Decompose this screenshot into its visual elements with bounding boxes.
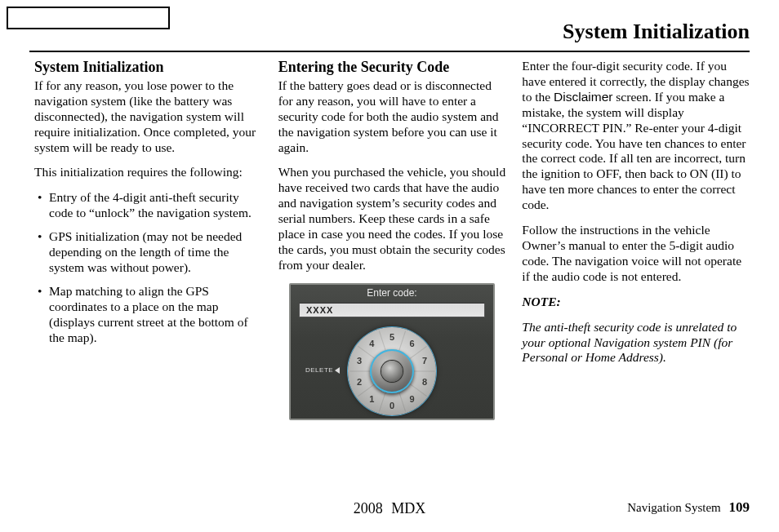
dial-num-1: 1 xyxy=(366,393,377,405)
blank-header-box xyxy=(7,7,170,29)
dial-num-0: 0 xyxy=(386,400,398,411)
screenshot-title: Enter code: xyxy=(291,285,493,299)
dial-num-7: 7 xyxy=(419,355,430,366)
col2-p1: If the battery goes dead or is disconnec… xyxy=(278,78,506,156)
dial-num-9: 9 xyxy=(407,393,418,405)
screenshot-delete-label: DELETE xyxy=(305,366,340,375)
note-label: NOTE: xyxy=(522,295,750,310)
note-text: The anti-theft security code is unrelate… xyxy=(522,320,750,366)
page-number: 109 xyxy=(729,499,750,515)
dial-num-4: 4 xyxy=(366,338,377,349)
delete-text: DELETE xyxy=(305,366,333,374)
dial-core xyxy=(381,361,403,382)
col1-bullet-3: Map matching to align the GPS coordinate… xyxy=(34,284,262,346)
footer-right: Navigation System 109 xyxy=(627,499,750,516)
footer-center: 2008 MDX xyxy=(354,500,426,517)
col3-p1: Enter the four-digit security code. If y… xyxy=(522,59,750,213)
content-columns: System Initialization If for any reason,… xyxy=(34,59,750,483)
column-2: Entering the Security Code If the batter… xyxy=(278,59,506,483)
col1-p2: This initialization requires the followi… xyxy=(34,165,262,180)
col1-heading: System Initialization xyxy=(34,59,262,77)
col1-p1: If for any reason, you lose power to the… xyxy=(34,78,262,156)
col3-p2: Follow the instructions in the vehicle O… xyxy=(522,223,750,285)
col1-bullets: Entry of the 4-digit anti-theft security… xyxy=(34,190,262,345)
column-1: System Initialization If for any reason,… xyxy=(34,59,262,483)
enter-code-screenshot: Enter code: XXXX DELETE 5678901234 xyxy=(289,283,495,420)
col3-p1b: Disclaimer xyxy=(554,90,612,104)
col2-p2: When you purchased the vehicle, you shou… xyxy=(278,165,506,273)
column-3: Enter the four-digit security code. If y… xyxy=(522,59,750,483)
dial-num-8: 8 xyxy=(419,376,430,388)
footer-label: Navigation System xyxy=(627,501,721,514)
dial-num-3: 3 xyxy=(354,355,365,366)
horizontal-rule xyxy=(29,51,750,52)
col1-bullet-1: Entry of the 4-digit anti-theft security… xyxy=(34,190,262,221)
dial-num-6: 6 xyxy=(407,338,418,349)
dial-num-2: 2 xyxy=(354,376,365,388)
page-title: System Initialization xyxy=(563,20,750,44)
dial-num-5: 5 xyxy=(386,331,398,343)
dial: 5678901234 xyxy=(348,327,436,415)
col2-heading: Entering the Security Code xyxy=(278,59,506,77)
screenshot-input-value: XXXX xyxy=(299,303,485,317)
col1-bullet-2: GPS initialization (may not be needed de… xyxy=(34,229,262,276)
col3-p1c: screen. If you make a mistake, the syste… xyxy=(522,90,746,211)
